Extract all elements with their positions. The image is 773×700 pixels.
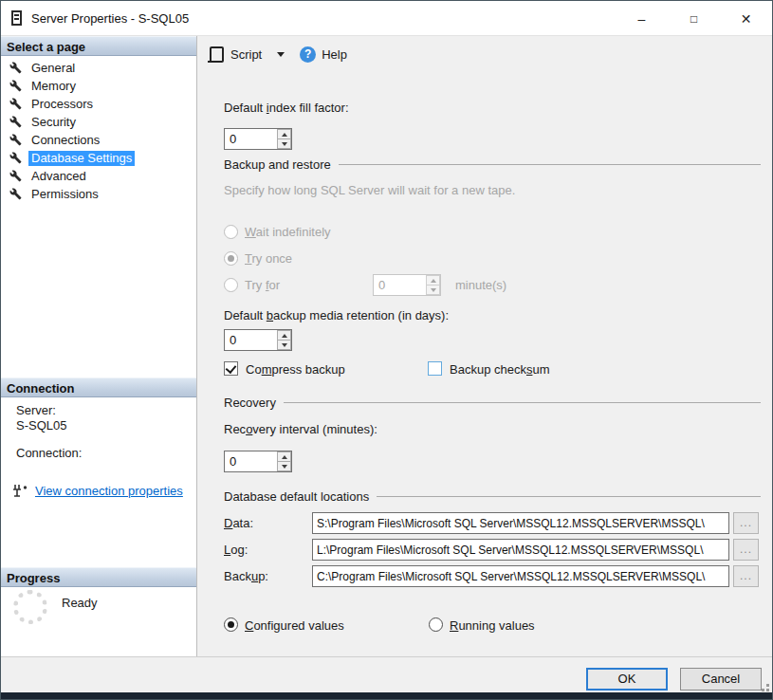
connection-properties-icon <box>11 484 28 498</box>
help-button-label: Help <box>322 47 347 62</box>
running-values-radio[interactable] <box>429 617 443 632</box>
try-for-label: Try for <box>245 278 280 292</box>
spin-up-button[interactable] <box>277 330 291 341</box>
script-button-label: Script <box>230 47 262 62</box>
log-location-row: Log: L:\Program Files\Microsoft SQL Serv… <box>198 539 772 561</box>
sidebar-item-label: Connections <box>28 133 102 148</box>
progress-status: Ready <box>62 596 98 610</box>
window-title: Server Properties - S-SQL05 <box>31 11 189 26</box>
script-icon <box>210 46 224 63</box>
connection-section-header: Connection <box>1 378 196 397</box>
sidebar-item-label: Memory <box>28 79 79 94</box>
wrench-icon <box>9 188 22 200</box>
progress-spinner-icon <box>13 590 47 624</box>
wrench-icon <box>9 62 22 74</box>
spin-down-button[interactable] <box>277 462 291 471</box>
wrench-icon <box>9 116 22 128</box>
sidebar-item-processors[interactable]: Processors <box>1 95 196 113</box>
window-bottom-border <box>1 692 772 699</box>
try-for-radio <box>224 278 238 292</box>
try-for-minutes-input: 0 <box>374 275 426 295</box>
sidebar-item-security[interactable]: Security <box>1 113 196 131</box>
backup-location-label: Backup: <box>224 569 268 583</box>
resize-grip[interactable] <box>766 689 769 691</box>
backup-location-input[interactable]: C:\Program Files\Microsoft SQL Server\MS… <box>312 565 729 587</box>
backup-checksum-label[interactable]: Backup checksum <box>450 362 550 377</box>
cancel-button[interactable]: Cancel <box>680 668 762 691</box>
wait-indefinitely-label: Wait indefinitely <box>245 225 331 239</box>
backup-location-browse-button[interactable]: ... <box>733 565 759 587</box>
server-label: Server: <box>16 403 56 417</box>
section-rule <box>339 164 761 165</box>
section-rule <box>284 402 761 403</box>
page-list: General Memory Processors Security Conne… <box>1 59 196 203</box>
minimize-button[interactable]: – <box>616 1 668 36</box>
backup-checksum-checkbox[interactable] <box>428 361 442 376</box>
spin-up-button <box>426 275 440 286</box>
footer: OK Cancel <box>1 656 772 694</box>
view-connection-properties-link[interactable]: View connection properties <box>35 484 183 498</box>
sidebar: Select a page General Memory Processors … <box>1 36 197 656</box>
server-app-icon <box>11 10 22 26</box>
recovery-interval-label: Recovery interval (minutes): <box>224 422 377 436</box>
data-location-browse-button[interactable]: ... <box>733 512 759 534</box>
help-button[interactable]: ? Help <box>294 43 353 66</box>
server-value: S-SQL05 <box>16 418 66 433</box>
data-location-label: Data: <box>224 516 253 530</box>
spin-down-button[interactable] <box>277 139 291 149</box>
compress-backup-checkbox[interactable] <box>224 361 238 376</box>
log-location-label: Log: <box>224 543 248 557</box>
try-once-label: Try once <box>245 251 292 266</box>
log-location-input[interactable]: L:\Program Files\Microsoft SQL Server\MS… <box>312 539 729 561</box>
script-dropdown-caret-icon[interactable] <box>277 52 285 57</box>
sidebar-item-general[interactable]: General <box>1 59 196 77</box>
running-values-label[interactable]: Running values <box>450 618 535 633</box>
sidebar-item-label-selected: Database Settings <box>28 151 135 166</box>
data-location-row: Data: S:\Program Files\Microsoft SQL Ser… <box>198 512 772 534</box>
fill-factor-spinner: 0 <box>224 128 292 150</box>
spin-up-button[interactable] <box>277 451 291 462</box>
sidebar-item-label: Permissions <box>28 187 101 202</box>
retention-label: Default backup media retention (in days)… <box>224 308 449 322</box>
toolbar: Script ? Help <box>198 36 772 72</box>
ok-button[interactable]: OK <box>586 668 668 691</box>
fill-factor-label: Default index fill factor: <box>224 101 349 115</box>
data-location-input[interactable]: S:\Program Files\Microsoft SQL Server\MS… <box>312 512 729 534</box>
tape-wait-description: Specify how long SQL Server will wait fo… <box>224 183 515 197</box>
wait-indefinitely-radio <box>224 225 238 239</box>
sidebar-item-label: General <box>28 61 78 76</box>
maximize-button[interactable]: □ <box>668 1 720 36</box>
wrench-icon <box>9 98 22 110</box>
sidebar-item-advanced[interactable]: Advanced <box>1 167 196 185</box>
section-rule <box>377 496 761 497</box>
locations-section-header: Database default locations <box>224 489 761 504</box>
try-for-minutes-spinner: 0 <box>373 274 441 296</box>
minutes-suffix-label: minute(s) <box>455 278 506 292</box>
wrench-icon <box>9 80 22 92</box>
retention-input[interactable]: 0 <box>225 330 277 350</box>
configured-values-radio[interactable] <box>224 617 238 632</box>
sidebar-item-database-settings[interactable]: Database Settings <box>1 149 196 167</box>
spin-up-button[interactable] <box>277 129 291 139</box>
wrench-icon <box>9 152 22 164</box>
fill-factor-input[interactable]: 0 <box>225 129 277 149</box>
sidebar-item-permissions[interactable]: Permissions <box>1 185 196 203</box>
recovery-interval-input[interactable]: 0 <box>225 451 277 471</box>
log-location-browse-button[interactable]: ... <box>733 539 759 561</box>
wrench-icon <box>9 134 22 146</box>
spin-down-button <box>426 286 440 295</box>
sidebar-item-connections[interactable]: Connections <box>1 131 196 149</box>
backup-restore-section-header: Backup and restore <box>224 157 761 172</box>
title-bar: Server Properties - S-SQL05 – □ ✕ <box>1 1 772 36</box>
configured-values-label[interactable]: Configured values <box>245 618 344 633</box>
try-once-radio <box>224 251 238 266</box>
spin-down-button[interactable] <box>277 341 291 350</box>
close-button[interactable]: ✕ <box>720 1 772 36</box>
server-properties-dialog: Server Properties - S-SQL05 – □ ✕ Select… <box>0 0 773 700</box>
wrench-icon <box>9 170 22 182</box>
sidebar-item-memory[interactable]: Memory <box>1 77 196 95</box>
compress-backup-label[interactable]: Compress backup <box>246 362 345 377</box>
select-a-page-header: Select a page <box>1 36 196 56</box>
script-button[interactable]: Script <box>204 43 267 66</box>
recovery-section-header: Recovery <box>224 396 761 410</box>
